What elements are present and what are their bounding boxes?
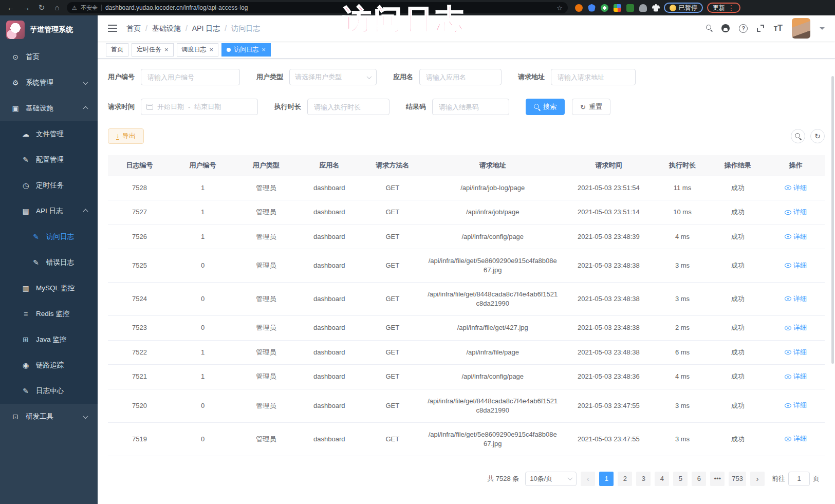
detail-link[interactable]: 详细	[785, 434, 807, 443]
request-url-input[interactable]	[551, 69, 636, 85]
search-button[interactable]: 搜索	[526, 99, 565, 115]
detail-link[interactable]: 详细	[785, 232, 807, 241]
detail-link[interactable]: 详细	[785, 183, 807, 193]
detail-link[interactable]: 详细	[785, 261, 807, 270]
detail-link[interactable]: 详细	[785, 208, 807, 217]
puzzle-extensions-icon[interactable]	[652, 4, 660, 12]
browser-back-icon[interactable]: ←	[5, 2, 16, 13]
request-time-range-picker[interactable]: 开始日期 - 结束日期	[141, 99, 258, 115]
export-button[interactable]: ↓ 导出	[108, 128, 144, 144]
next-page-button[interactable]: ›	[750, 472, 765, 486]
page-button-3[interactable]: 3	[636, 472, 651, 486]
tab-访问日志[interactable]: 访问日志×	[221, 43, 271, 57]
column-header: 执行时长	[656, 155, 709, 176]
column-header: 请求时间	[561, 155, 656, 176]
extension-icon[interactable]	[601, 4, 608, 12]
sidebar-item-trace[interactable]: ◉链路追踪	[0, 352, 98, 378]
browser-forward-icon[interactable]: →	[21, 2, 32, 13]
refresh-table-button[interactable]: ↻	[810, 129, 825, 143]
detail-link[interactable]: 详细	[785, 401, 807, 410]
cell-time: 2021-05-03 23:47:55	[561, 422, 656, 456]
page-button-1[interactable]: 1	[599, 472, 614, 486]
sidebar-item-config[interactable]: ✎配置管理	[0, 147, 98, 173]
cell-method: GET	[361, 340, 424, 365]
header-search-icon[interactable]	[706, 25, 712, 31]
bookmark-star-icon[interactable]: ☆	[556, 4, 563, 12]
toggle-search-button[interactable]	[791, 129, 805, 143]
user-avatar[interactable]	[792, 18, 810, 39]
hamburger-icon[interactable]	[108, 25, 117, 32]
tab-首页[interactable]: 首页	[106, 43, 128, 57]
result-code-input[interactable]	[432, 99, 509, 115]
cell-result: 成功	[709, 249, 767, 283]
sidebar-item-redis[interactable]: ≡Redis 监控	[0, 301, 98, 327]
close-icon[interactable]: ×	[262, 46, 266, 53]
translate-extension-icon[interactable]	[626, 4, 634, 12]
user-id-input[interactable]	[141, 69, 240, 85]
sidebar-item-home[interactable]: ⊙首页	[0, 44, 98, 70]
detail-link[interactable]: 详细	[785, 348, 807, 357]
extension-icon[interactable]	[588, 4, 596, 12]
detail-link[interactable]: 详细	[785, 372, 807, 381]
app-name-input[interactable]	[419, 69, 502, 85]
tag-label: 首页	[111, 45, 123, 54]
browser-menu-icon[interactable]: ⋮	[728, 4, 735, 12]
cell-duration: 4 ms	[656, 365, 709, 389]
sidebar-item-dev-tools[interactable]: ⊡研发工具	[0, 404, 98, 430]
font-size-icon[interactable]: тT	[773, 24, 783, 32]
user-type-select[interactable]: 请选择用户类型	[289, 69, 377, 85]
page-button-2[interactable]: 2	[618, 472, 632, 486]
duration-input[interactable]	[307, 99, 389, 115]
detail-link[interactable]: 详细	[785, 294, 807, 304]
sidebar-item-java[interactable]: ⊞Java 监控	[0, 327, 98, 352]
address-bar[interactable]: ⚠ 不安全 dashboard.yudao.iocoder.cn/infra/l…	[67, 2, 568, 13]
sidebar-item-file[interactable]: ☁文件管理	[0, 121, 98, 147]
page-button-4[interactable]: 4	[655, 472, 669, 486]
paused-badge[interactable]: 已暂停	[664, 3, 703, 13]
sidebar-item-infra[interactable]: ▣基础设施	[0, 96, 98, 121]
page-button-753[interactable]: 753	[729, 472, 746, 486]
browser-reload-icon[interactable]: ↻	[36, 2, 47, 13]
goto-page-input[interactable]	[788, 472, 810, 486]
help-icon[interactable]: ?	[739, 24, 748, 33]
page-button-5[interactable]: 5	[673, 472, 688, 486]
sidebar-item-error-log[interactable]: ✎错误日志	[0, 250, 98, 275]
page-ellipsis[interactable]: •••	[710, 472, 725, 486]
sidebar-item-job[interactable]: ◷定时任务	[0, 173, 98, 198]
page-button-6[interactable]: 6	[692, 472, 706, 486]
cell-user_type: 管理员	[234, 316, 298, 341]
detail-link[interactable]: 详细	[785, 323, 807, 332]
sidebar-item-mysql[interactable]: ▥MySQL 监控	[0, 275, 98, 301]
cell-app: dashboard	[298, 389, 361, 422]
browser-update-button[interactable]: 更新 ⋮	[707, 3, 740, 13]
browser-home-icon[interactable]: ⌂	[51, 2, 63, 13]
prev-page-button[interactable]: ‹	[581, 472, 595, 486]
breadcrumb-item[interactable]: 首页	[126, 24, 141, 32]
close-icon[interactable]: ×	[210, 46, 214, 53]
sidebar-item-access-log[interactable]: ✎访问日志	[0, 224, 98, 250]
extension-icon[interactable]	[575, 4, 583, 12]
extension-icon[interactable]	[639, 4, 647, 12]
scrollbar[interactable]	[831, 76, 834, 364]
sidebar-item-system[interactable]: ⚙系统管理	[0, 70, 98, 96]
extension-icon[interactable]	[614, 4, 621, 12]
chevron-down-icon	[83, 414, 88, 419]
page-size-select[interactable]: 10条/页	[525, 472, 577, 486]
breadcrumb-item[interactable]: 基础设施	[152, 24, 181, 32]
cell-user_type: 管理员	[234, 340, 298, 365]
tab-定时任务[interactable]: 定时任务×	[132, 43, 174, 57]
breadcrumb-item[interactable]: API 日志	[192, 24, 220, 32]
sidebar-item-api-log[interactable]: ▤API 日志	[0, 198, 98, 224]
app-logo-row[interactable]: 芋道管理系统	[0, 15, 98, 44]
reset-button[interactable]: ↻ 重置	[572, 99, 610, 115]
app-logo	[6, 21, 25, 39]
cell-id: 7525	[108, 249, 171, 283]
fullscreen-icon[interactable]	[757, 25, 764, 32]
cell-result: 成功	[709, 316, 767, 341]
sidebar-item-log-center[interactable]: ✎日志中心	[0, 378, 98, 404]
tab-调度日志[interactable]: 调度日志×	[177, 43, 219, 57]
github-icon[interactable]	[721, 24, 730, 32]
table-row: 75211管理员dashboardGET/api/infra/config/pa…	[108, 365, 825, 389]
close-icon[interactable]: ×	[164, 46, 169, 53]
avatar-caret-icon[interactable]	[820, 27, 825, 32]
